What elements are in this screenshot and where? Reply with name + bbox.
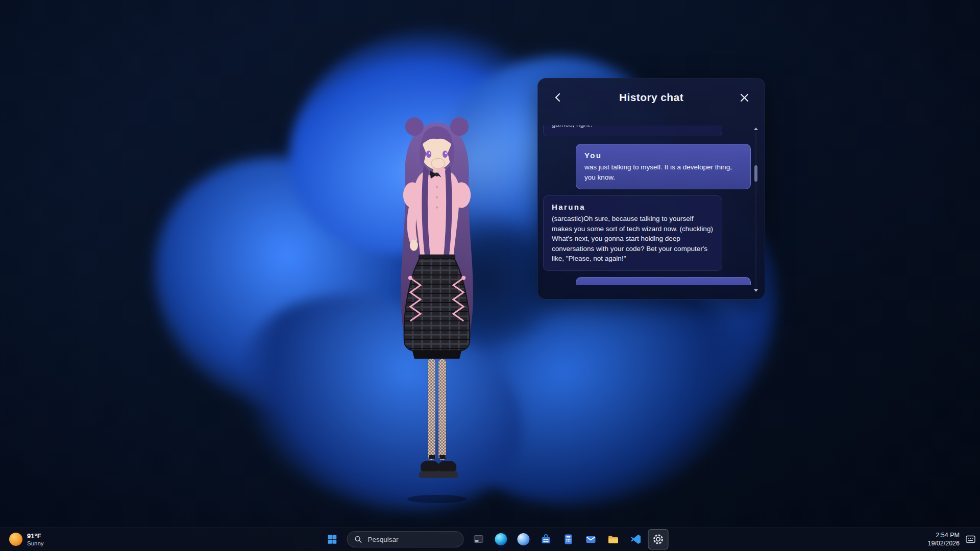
taskbar-app-calculator[interactable] xyxy=(558,529,579,549)
taskbar-app-mail[interactable] xyxy=(581,529,601,549)
file-explorer-icon xyxy=(607,533,620,545)
chevron-left-icon xyxy=(553,92,564,103)
taskbar-app-vscode[interactable] xyxy=(626,529,646,549)
calculator-icon xyxy=(562,533,575,545)
message-text: games, right? xyxy=(552,126,714,130)
clipped-message-bottom: You xyxy=(543,277,751,285)
weather-text: 91°F Sunny xyxy=(27,532,44,547)
scroll-up-arrow-icon[interactable] xyxy=(754,128,758,130)
weather-temperature: 91°F xyxy=(27,532,44,540)
taskbar: 91°F Sunny xyxy=(0,527,980,551)
taskbar-app-edge[interactable] xyxy=(491,529,511,549)
spacer xyxy=(543,136,751,144)
chat-message-list[interactable]: games, right? You was just talking to my… xyxy=(543,126,751,295)
back-button[interactable] xyxy=(551,90,566,105)
taskbar-center xyxy=(322,529,669,549)
scrollbar-thumb[interactable] xyxy=(754,165,757,182)
message-text: was just talking to myself. It is a deve… xyxy=(584,162,742,182)
search-input[interactable] xyxy=(367,535,451,544)
chat-scrollbar[interactable] xyxy=(753,126,759,295)
system-tray: 2:54 PM 19/02/2026 xyxy=(927,528,976,551)
page-title: History chat xyxy=(566,91,737,104)
microsoft-store-icon xyxy=(540,533,552,545)
taskbar-app-copilot[interactable] xyxy=(513,529,534,549)
taskbar-app-file-explorer[interactable] xyxy=(603,529,624,549)
settings-gear-icon xyxy=(652,533,665,545)
message-sender: You xyxy=(584,284,742,285)
clipped-message-top: games, right? xyxy=(543,126,751,136)
start-button[interactable] xyxy=(322,529,342,549)
message-text: (sarcastic)Oh sure, because talking to y… xyxy=(552,214,714,264)
tray-keyboard-icon xyxy=(966,535,975,543)
message-sender: You xyxy=(584,151,742,160)
clock-time: 2:54 PM xyxy=(927,531,960,539)
chat-message: Haruna (sarcastic)Oh sure, because talki… xyxy=(543,195,722,271)
spacer xyxy=(543,189,751,195)
chat-header: History chat xyxy=(538,79,765,116)
clock-date: 19/02/2026 xyxy=(927,539,960,547)
taskbar-search[interactable] xyxy=(347,531,464,547)
weather-sun-icon xyxy=(9,533,22,546)
taskbar-app-store[interactable] xyxy=(536,529,556,549)
windows-logo-icon xyxy=(327,534,338,545)
tray-notification-button[interactable] xyxy=(965,534,976,545)
close-icon xyxy=(740,93,749,102)
chat-message: You xyxy=(576,277,751,285)
taskbar-clock[interactable]: 2:54 PM 19/02/2026 xyxy=(927,531,960,547)
chat-message: games, right? xyxy=(543,126,722,136)
taskbar-app-settings[interactable] xyxy=(648,529,669,549)
message-sender: Haruna xyxy=(552,203,714,211)
history-chat-panel: History chat games, right? You was just … xyxy=(537,78,765,299)
edge-browser-icon xyxy=(495,533,507,545)
copilot-icon xyxy=(518,533,530,545)
search-icon xyxy=(355,536,362,543)
weather-condition: Sunny xyxy=(27,540,44,547)
desktop-mascot-character[interactable] xyxy=(380,109,494,503)
weather-widget[interactable]: 91°F Sunny xyxy=(4,529,49,549)
chat-message: You was just talking to myself. It is a … xyxy=(576,144,751,189)
close-button[interactable] xyxy=(737,90,751,105)
taskbar-app-window-app[interactable] xyxy=(469,529,489,549)
vs-code-icon xyxy=(630,533,642,545)
scroll-down-arrow-icon[interactable] xyxy=(754,289,758,292)
mail-icon xyxy=(585,533,597,545)
window-app-icon xyxy=(473,533,485,545)
